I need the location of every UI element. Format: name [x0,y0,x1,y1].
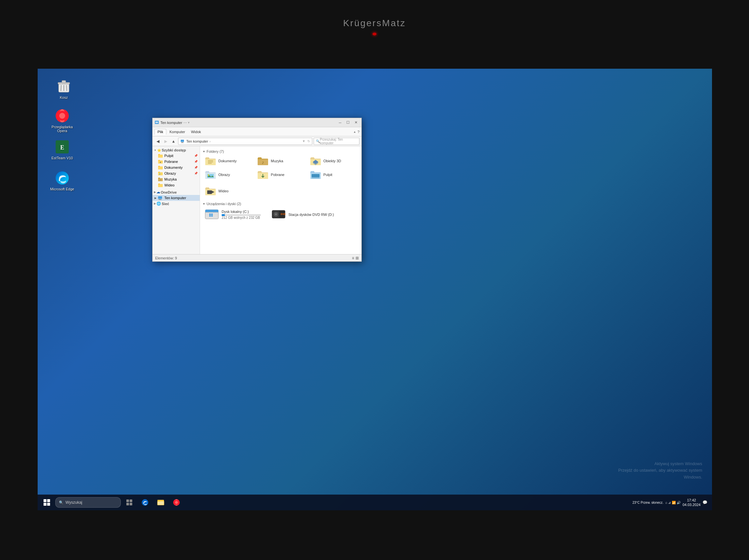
taskbar-edge[interactable] [138,495,152,510]
folder-item-wideo[interactable]: Wideo [202,185,254,197]
ribbon-tab-komputer[interactable]: Komputer [167,129,188,134]
sidebar-item-pobrane[interactable]: Pobrane 📌 [153,159,200,164]
folder-muzyka-icon: ♪ [257,156,269,166]
hdd-icon [205,208,219,221]
folder-dokumenty-icon [205,156,216,166]
svg-text:♪: ♪ [262,160,264,165]
taskbar-explorer[interactable] [153,495,168,510]
dropdown-chevron[interactable]: ▼ [302,139,305,143]
taskbar-task-view[interactable] [122,495,136,510]
explorer-content: ▼ ⭐ Szybki dostęp Pulpit 📌 [153,146,361,254]
svg-rect-33 [207,191,212,194]
taskbar-search-placeholder: Wyszukaj [65,500,82,505]
opera-label: Przeglądarka Opera [49,125,75,133]
svg-rect-41 [209,215,211,217]
svg-rect-40 [211,214,213,215]
sidebar-network[interactable]: ▶ 🌐 Sieć [153,201,200,206]
monitor-brand: KrügersMatz [343,18,406,28]
tray-time: 17:42 [687,498,696,502]
view-list-btn[interactable]: ≡ [352,256,354,260]
drive-d-info: Stacja dysków DVD RW (D:) [288,212,334,217]
sidebar-muzyka-label: Muzyka [164,177,177,181]
svg-rect-23 [208,160,213,161]
folder-item-dokumenty[interactable]: Dokumenty [202,155,254,167]
svg-rect-51 [130,503,132,506]
close-button[interactable]: ✕ [352,120,360,126]
windows-logo [44,499,50,506]
folder-item-pobrane[interactable]: Pobrane [255,169,306,181]
drives-section-header[interactable]: Urządzenia i dyski (2) [202,201,359,207]
taskbar-search-icon: 🔍 [59,500,64,505]
forward-button[interactable]: ▶ [163,138,169,144]
desktop-icon-recycle[interactable]: Kosz [51,79,77,99]
notification-btn[interactable]: 💬 [703,500,707,505]
desktop-icon-estteam[interactable]: E EstTeam V10 [49,139,75,160]
search-icon: 🔍 [316,139,320,143]
svg-rect-21 [159,199,162,200]
title-text: Ten komputer [160,121,182,125]
sidebar-onedrive[interactable]: ▶ ☁ OneDrive [153,189,200,195]
taskbar: 🔍 Wyszukaj [38,495,712,510]
svg-text:E: E [60,144,64,151]
edge-label: Microsoft Edge [50,187,74,191]
sidebar-item-obrazy[interactable]: Obrazy 📌 [153,171,200,176]
sidebar-this-pc[interactable]: ▶ Ten komputer [153,195,200,201]
sidebar-item-dokumenty[interactable]: Dokumenty 📌 [153,164,200,171]
svg-point-30 [208,174,209,176]
back-button[interactable]: ◀ [154,138,161,144]
drive-c-size: 212 GB wolnych z 232 GB [222,216,261,220]
taskbar-search[interactable]: 🔍 Wyszukaj [55,497,121,508]
drive-c-name: Dysk lokalny (C:) [222,210,261,214]
folder-item-muzyka[interactable]: ♪ Muzyka [255,155,306,167]
sidebar-item-wideo[interactable]: Wideo [153,182,200,188]
folder-item-obiekty3d[interactable]: Obiekty 3D [308,155,359,167]
drive-item-d[interactable]: DVD Stacja dysków DVD RW (D:) [270,207,336,222]
path-chevron: › [210,139,211,143]
view-grid-btn[interactable]: ⊞ [356,256,359,260]
ribbon-tab-plik[interactable]: Plik [154,129,166,135]
sidebar-item-pulpit[interactable]: Pulpit 📌 [153,153,200,159]
sidebar-quick-access[interactable]: ▼ ⭐ Szybki dostęp [153,148,200,153]
this-pc-label: Ten komputer [164,196,186,200]
svg-line-5 [66,85,67,91]
drive-item-c[interactable]: Dysk lokalny (C:) 212 GB wolnych z 232 G… [202,207,263,222]
folder-item-obrazy[interactable]: Obrazy [202,169,254,181]
address-path[interactable]: Ten komputer › ▼ ↻ [178,138,312,145]
svg-rect-20 [158,196,162,199]
wideo-row: Wideo [202,185,359,197]
desktop-icon-opera[interactable]: Przeglądarka Opera [49,108,75,133]
status-items: Elementów: 9 [155,256,177,260]
folder-item-pulpit[interactable]: Pulpit [308,169,359,181]
svg-rect-17 [181,142,184,143]
desktop-icon-edge[interactable]: Microsoft Edge [49,170,75,191]
task-view-icon [126,499,133,506]
svg-rect-48 [126,499,129,502]
svg-rect-42 [211,215,213,217]
folders-section-header[interactable]: Foldery (7) [202,149,359,155]
minimize-button[interactable]: ─ [337,120,344,126]
view-toggle: ≡ ⊞ [352,256,359,260]
folders-grid: Dokumenty ♪ Muzyka [202,155,359,181]
refresh-button[interactable]: ↻ [307,139,310,143]
svg-point-46 [275,214,277,215]
explorer-window: Ten komputer ▪ ▪ ▼ ─ ☐ ✕ Plik Komputer W… [152,118,362,262]
quick-access-label: Szybki dostęp [162,148,186,152]
search-box[interactable]: 🔍 Przeszukaj: Ten komputer [314,138,360,145]
taskbar-opera[interactable] [169,495,184,510]
folder-3d-label: Obiekty 3D [323,159,341,163]
folder-docs-icon [158,165,163,170]
tray-icons[interactable]: ⌂ ⊿ 📶 🔊 [665,501,681,505]
ribbon-tab-widok[interactable]: Widok [188,129,204,134]
svg-rect-50 [126,503,129,506]
up-button[interactable]: ▲ [170,138,177,144]
tray-clock[interactable]: 17:42 04.03.2024 [683,498,701,507]
activation-watermark: Aktywuj system Windows Przejdź do ustawi… [618,461,703,481]
start-button[interactable] [40,495,54,510]
folders-section-label: Foldery (7) [207,150,224,153]
sidebar-item-muzyka[interactable]: ♪ Muzyka [153,176,200,182]
star-icon: ⭐ [157,149,161,152]
opera-taskbar-icon [172,498,180,506]
this-pc-icon [158,196,163,200]
file-area: Foldery (7) Dokumenty [200,146,361,254]
maximize-button[interactable]: ☐ [344,120,351,126]
